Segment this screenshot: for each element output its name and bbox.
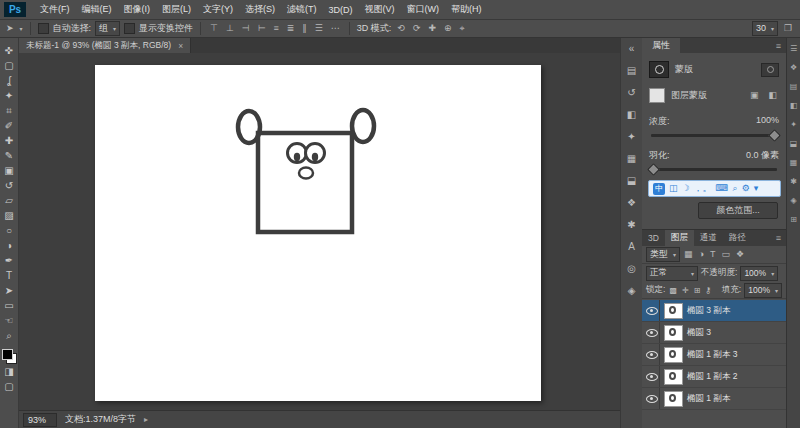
gradient-tool[interactable]: ▨ bbox=[0, 208, 19, 223]
mini-panel-icon-1[interactable]: ❖ bbox=[790, 64, 797, 72]
layer-thumbnail[interactable] bbox=[664, 347, 683, 363]
blur-tool[interactable]: ○ bbox=[0, 223, 19, 238]
distribute-horizontal-icon[interactable]: ∥ bbox=[300, 24, 309, 33]
history-brush-tool[interactable]: ↺ bbox=[0, 178, 19, 193]
align-right-icon[interactable]: ⊢ bbox=[256, 24, 268, 33]
canvas-viewport[interactable] bbox=[19, 53, 620, 410]
hand-tool[interactable]: ☜ bbox=[0, 313, 19, 328]
add-pixel-mask-icon[interactable]: ▣ bbox=[748, 91, 761, 100]
ime-fullwidth-icon[interactable]: ◫ bbox=[669, 184, 678, 193]
layer-row[interactable]: 椭圆 3 bbox=[642, 322, 786, 344]
mini-panel-icon-7[interactable]: ✱ bbox=[790, 178, 797, 186]
align-center-icon[interactable]: ≡ bbox=[271, 24, 280, 33]
layer-thumbnail[interactable] bbox=[664, 391, 683, 407]
pen-tool[interactable]: ✒ bbox=[0, 253, 19, 268]
ime-more-icon[interactable]: ▾ bbox=[754, 184, 759, 193]
document-tab[interactable]: 未标题-1 @ 93% (椭圆 3 副本, RGB/8) × bbox=[19, 38, 191, 53]
eraser-tool[interactable]: ▱ bbox=[0, 193, 19, 208]
color-swatches[interactable] bbox=[2, 349, 17, 364]
clone-source-panel-icon[interactable]: ◎ bbox=[622, 261, 642, 276]
document-canvas[interactable] bbox=[95, 65, 541, 401]
status-options-chevron-icon[interactable]: ▸ bbox=[144, 415, 148, 424]
mini-panel-icon-6[interactable]: ▦ bbox=[790, 159, 798, 167]
quick-mask-icon[interactable]: ◨ bbox=[0, 364, 19, 379]
layer-thumbnail[interactable] bbox=[664, 325, 683, 341]
more-align-icon[interactable]: ⋯ bbox=[329, 24, 342, 33]
feather-slider[interactable] bbox=[651, 168, 777, 171]
3d-slide-icon[interactable]: ⊕ bbox=[442, 24, 454, 33]
density-slider[interactable] bbox=[651, 134, 777, 137]
close-icon[interactable]: × bbox=[178, 41, 183, 51]
lock-image-pixels-icon[interactable]: ✛ bbox=[681, 286, 690, 295]
layer-thumbnail[interactable] bbox=[664, 369, 683, 385]
tab-3d[interactable]: 3D bbox=[642, 230, 665, 246]
add-vector-mask-icon[interactable]: ◧ bbox=[766, 91, 779, 100]
filter-type-layers-icon[interactable]: T bbox=[708, 250, 718, 259]
auto-select-dropdown[interactable]: 组 ▾ bbox=[95, 21, 120, 36]
auto-select-checkbox[interactable] bbox=[38, 23, 49, 34]
ime-settings-icon[interactable]: ⚙ bbox=[742, 184, 750, 193]
3d-rotate-icon[interactable]: ⟲ bbox=[395, 24, 407, 33]
menu-help[interactable]: 帮助(H) bbox=[445, 3, 488, 16]
mini-panel-menu-icon[interactable]: ☰ bbox=[790, 45, 797, 53]
filter-pixel-layers-icon[interactable]: ▦ bbox=[682, 250, 695, 259]
ime-search-icon[interactable]: ⌕ bbox=[733, 184, 738, 193]
brush-tool[interactable]: ✎ bbox=[0, 148, 19, 163]
mini-panel-icon-3[interactable]: ◧ bbox=[790, 102, 798, 110]
mini-panel-icon-8[interactable]: ◈ bbox=[790, 197, 796, 205]
healing-brush-tool[interactable]: ✚ bbox=[0, 133, 19, 148]
layer-row[interactable]: 椭圆 1 副本 bbox=[642, 388, 786, 410]
lock-all-icon[interactable]: ⚷ bbox=[704, 286, 712, 295]
quick-selection-tool[interactable]: ✦ bbox=[0, 88, 19, 103]
align-left-icon[interactable]: ⊣ bbox=[240, 24, 252, 33]
filter-shape-layers-icon[interactable]: ▭ bbox=[719, 250, 732, 259]
color-panel-icon[interactable]: ▦ bbox=[622, 151, 642, 166]
blend-mode-dropdown[interactable]: 正常 ▾ bbox=[646, 266, 698, 281]
visibility-toggle[interactable] bbox=[644, 344, 660, 365]
menu-select[interactable]: 选择(S) bbox=[239, 3, 281, 16]
path-selection-tool[interactable]: ➤ bbox=[0, 283, 19, 298]
fill-dropdown[interactable]: 100% ▾ bbox=[744, 283, 782, 298]
tab-layers[interactable]: 图层 bbox=[665, 230, 694, 246]
align-bottom-icon[interactable]: ⊥ bbox=[224, 24, 236, 33]
mini-panel-icon-2[interactable]: ▤ bbox=[790, 83, 798, 91]
ime-halfmoon-icon[interactable]: ☽ bbox=[682, 184, 690, 193]
visibility-toggle[interactable] bbox=[644, 322, 660, 343]
menu-layer[interactable]: 图层(L) bbox=[156, 3, 197, 16]
filter-adjustment-layers-icon[interactable]: ◑ bbox=[697, 250, 706, 259]
filter-kind-dropdown[interactable]: 类型 ▾ bbox=[646, 247, 680, 262]
color-range-button[interactable]: 颜色范围... bbox=[698, 202, 778, 219]
layers-panel-menu-icon[interactable]: ≡ bbox=[776, 233, 786, 243]
mini-panel-icon-5[interactable]: ⬓ bbox=[790, 140, 798, 148]
mask-thumbnail-icon[interactable] bbox=[649, 61, 669, 78]
visibility-toggle[interactable] bbox=[644, 388, 660, 409]
menu-image[interactable]: 图像(I) bbox=[118, 3, 157, 16]
visibility-toggle[interactable] bbox=[644, 366, 660, 387]
history-panel-icon[interactable]: ↺ bbox=[622, 85, 642, 100]
tab-paths[interactable]: 路径 bbox=[723, 230, 752, 246]
ime-keyboard-icon[interactable]: ⌨ bbox=[716, 184, 729, 193]
rectangle-tool[interactable]: ▭ bbox=[0, 298, 19, 313]
layer-row[interactable]: 椭圆 1 副本 2 bbox=[642, 366, 786, 388]
3d-roll-icon[interactable]: ⟳ bbox=[411, 24, 423, 33]
menu-window[interactable]: 窗口(W) bbox=[401, 3, 446, 16]
actions-panel-icon[interactable]: ❖ bbox=[622, 195, 642, 210]
menu-type[interactable]: 文字(Y) bbox=[197, 3, 239, 16]
expand-panels-icon[interactable]: « bbox=[622, 41, 642, 56]
zoom-level-field[interactable]: 93% bbox=[23, 413, 57, 427]
character-panel-icon[interactable]: A bbox=[622, 239, 642, 254]
window-arrange-icon[interactable]: ❐ bbox=[782, 24, 794, 33]
dodge-tool[interactable]: ◑ bbox=[0, 238, 19, 253]
align-top-icon[interactable]: ⊤ bbox=[208, 24, 220, 33]
layer-row[interactable]: 椭圆 3 副本 bbox=[642, 300, 786, 322]
mini-panel-icon-9[interactable]: ⊞ bbox=[790, 216, 797, 224]
info-panel-icon[interactable]: ⬓ bbox=[622, 173, 642, 188]
ime-punctuation-icon[interactable]: ，。 bbox=[694, 184, 712, 193]
menu-edit[interactable]: 编辑(E) bbox=[76, 3, 118, 16]
lock-transparent-pixels-icon[interactable]: ▩ bbox=[668, 286, 678, 295]
mini-panel-icon-4[interactable]: ✦ bbox=[790, 121, 797, 129]
swatches-panel-icon[interactable]: ▤ bbox=[622, 63, 642, 78]
show-transform-checkbox[interactable] bbox=[124, 23, 135, 34]
density-value[interactable]: 100% bbox=[756, 115, 779, 128]
tool-preset-icon[interactable]: ➤ bbox=[4, 24, 16, 33]
